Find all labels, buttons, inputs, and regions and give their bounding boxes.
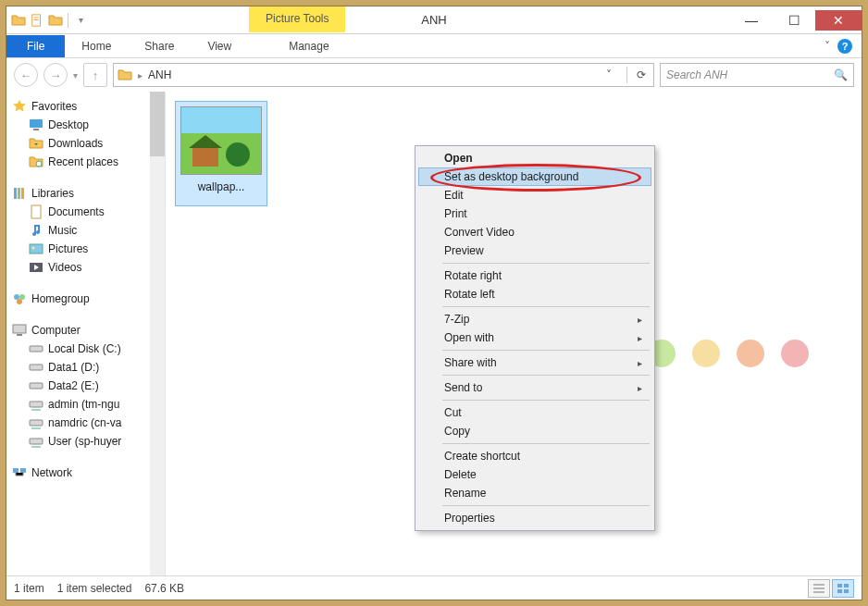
search-input[interactable]: Search ANH 🔍 (660, 63, 854, 87)
file-item[interactable]: wallpap... (175, 101, 267, 206)
svg-rect-25 (20, 468, 26, 473)
view-switcher (808, 579, 854, 598)
nav-netdrive-user[interactable]: User (sp-huyer (8, 432, 163, 451)
ctx-share-with[interactable]: Share with▸ (418, 353, 651, 372)
nav-libraries[interactable]: Libraries (8, 184, 163, 203)
up-button[interactable]: ↑ (83, 63, 107, 87)
nav-videos[interactable]: Videos (8, 258, 163, 277)
ctx-rename[interactable]: Rename (418, 484, 651, 502)
scroll-thumb[interactable] (150, 92, 165, 156)
ctx-rotate-right[interactable]: Rotate right (418, 266, 651, 285)
ctx-label: Set as desktop background (444, 170, 578, 183)
qat-dropdown-icon[interactable]: ▾ (72, 12, 89, 29)
ctx-print[interactable]: Print (418, 204, 651, 223)
search-icon[interactable]: 🔍 (834, 68, 848, 81)
ctx-send-to[interactable]: Send to▸ (418, 378, 651, 397)
tab-share[interactable]: Share (128, 35, 191, 57)
svg-rect-18 (30, 346, 43, 352)
tab-file[interactable]: File (6, 35, 65, 57)
nav-pictures[interactable]: Pictures (8, 240, 163, 258)
ribbon-collapse-icon[interactable]: ˅ (825, 40, 830, 53)
nav-computer[interactable]: Computer (8, 321, 163, 340)
qat: ▾ (6, 12, 93, 29)
nav-downloads[interactable]: Downloads (8, 134, 163, 153)
ctx-properties[interactable]: Properties (418, 509, 651, 527)
svg-rect-21 (30, 402, 43, 407)
picture-tools-tab[interactable]: Picture Tools (249, 6, 345, 32)
folder-icon (10, 12, 27, 29)
svg-rect-16 (13, 325, 26, 333)
window-title: ANH (421, 13, 446, 27)
breadcrumb[interactable]: ANH (148, 68, 171, 81)
tab-manage[interactable]: Manage (272, 35, 345, 57)
ctx-convert-video[interactable]: Convert Video (418, 223, 651, 241)
view-thumbnails-button[interactable] (832, 579, 854, 598)
chevron-right-icon: ▸ (638, 333, 642, 343)
nav-favorites[interactable]: Favorites (8, 97, 163, 116)
nav-netdrive-namdric[interactable]: namdric (cn-va (8, 414, 163, 432)
svg-rect-3 (30, 119, 43, 128)
computer-icon (12, 323, 27, 338)
ctx-open-with[interactable]: Open with▸ (418, 328, 651, 347)
nav-drive-c[interactable]: Local Disk (C:) (8, 340, 163, 358)
list-icon (813, 584, 825, 593)
svg-point-5 (36, 161, 42, 167)
ctx-rotate-left[interactable]: Rotate left (418, 285, 651, 303)
ctx-create-shortcut[interactable]: Create shortcut (418, 447, 651, 465)
ctx-copy[interactable]: Copy (418, 422, 651, 440)
ctx-edit[interactable]: Edit (418, 186, 651, 204)
nav-netdrive-admin[interactable]: admin (tm-ngu (8, 395, 163, 414)
navigation-pane: Favorites Desktop Downloads Recent place… (6, 92, 166, 575)
ctx-label: Send to (444, 381, 482, 394)
tab-view[interactable]: View (191, 35, 248, 57)
nav-item-label: Data2 (E:) (48, 379, 99, 392)
back-button[interactable]: ← (14, 63, 38, 87)
nav-music[interactable]: Music (8, 221, 163, 240)
status-size: 67.6 KB (144, 582, 184, 595)
properties-icon[interactable] (29, 12, 45, 29)
separator (442, 263, 650, 264)
address-dropdown-icon[interactable]: ˅ (597, 64, 621, 86)
ctx-open[interactable]: Open (418, 149, 651, 167)
svg-point-15 (17, 299, 22, 304)
help-icon[interactable]: ? (837, 39, 852, 54)
folder-icon[interactable] (47, 12, 64, 29)
nav-homegroup[interactable]: Homegroup (8, 290, 163, 308)
ctx-7zip[interactable]: 7-Zip▸ (418, 310, 651, 328)
titlebar: ▾ Picture Tools ANH — ☐ ✕ (6, 6, 862, 34)
nav-scrollbar[interactable] (150, 92, 165, 575)
status-bar: 1 item 1 item selected 67.6 KB (6, 575, 862, 600)
tab-home[interactable]: Home (65, 35, 128, 57)
ribbon-tabs: File Home Share View Manage ˅ ? (6, 34, 862, 58)
dot-icon (781, 340, 809, 367)
history-dropdown-icon[interactable]: ▾ (73, 70, 78, 80)
ctx-label: Share with (444, 356, 497, 369)
nav-recent[interactable]: Recent places (8, 153, 163, 171)
content-pane[interactable]: wallpap... Download.com.vn Open (166, 92, 862, 575)
svg-rect-4 (33, 129, 39, 130)
nav-drive-e[interactable]: Data2 (E:) (8, 377, 163, 395)
nav-drive-d[interactable]: Data1 (D:) (8, 358, 163, 377)
nav-documents[interactable]: Documents (8, 203, 163, 221)
body: Favorites Desktop Downloads Recent place… (6, 92, 862, 575)
ctx-preview[interactable]: Preview (418, 241, 651, 260)
forward-button[interactable]: → (43, 63, 68, 87)
network-drive-icon (29, 415, 43, 430)
svg-rect-27 (844, 584, 849, 587)
grid-icon (837, 584, 849, 593)
ctx-cut[interactable]: Cut (418, 403, 651, 422)
nav-network[interactable]: Network (8, 464, 163, 482)
nav-desktop[interactable]: Desktop (8, 116, 163, 134)
search-placeholder: Search ANH (666, 68, 727, 81)
refresh-button[interactable]: ⟳ (633, 68, 650, 81)
view-details-button[interactable] (808, 579, 830, 598)
chevron-right-icon: ▸ (638, 315, 642, 325)
address-bar[interactable]: ▸ ANH ˅ ⟳ (113, 63, 654, 87)
maximize-button[interactable]: ☐ (773, 10, 815, 31)
ctx-set-background[interactable]: Set as desktop background (418, 167, 651, 186)
nav-label: Favorites (31, 100, 77, 113)
minimize-button[interactable]: — (730, 10, 773, 31)
ctx-delete[interactable]: Delete (418, 465, 651, 484)
chevron-right-icon[interactable]: ▸ (138, 70, 143, 80)
close-button[interactable]: ✕ (815, 10, 862, 31)
